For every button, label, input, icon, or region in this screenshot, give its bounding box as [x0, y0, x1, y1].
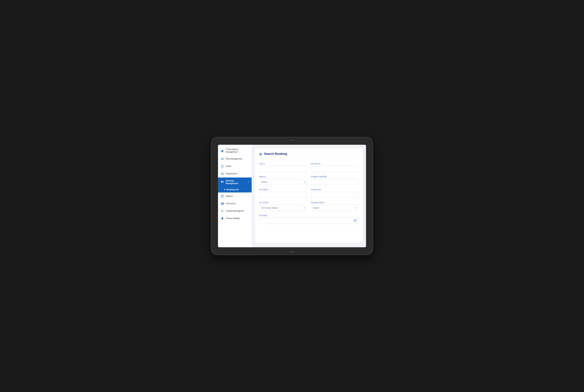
sidebar-item-label: Theme Settings	[226, 217, 247, 220]
svg-rect-25	[260, 154, 261, 155]
svg-point-27	[262, 152, 262, 153]
svg-rect-24	[259, 154, 260, 155]
trip-id-input[interactable]	[259, 166, 307, 172]
chevron-right-icon: ›	[248, 173, 249, 175]
org-icon	[221, 172, 224, 176]
agency-select-wrapper: Select ▾	[259, 179, 307, 185]
session-id-label: Session Id	[311, 162, 359, 165]
reports-icon	[221, 194, 224, 198]
supplier-ref-label: Supplier Ref/PNR	[311, 176, 359, 178]
svg-rect-1	[222, 150, 222, 152]
content-card: Search Booking Trip Id Session Id	[255, 148, 363, 242]
booking-icon	[221, 180, 224, 184]
chevron-down-icon: ∨	[248, 181, 249, 183]
trip-date-input[interactable]	[259, 218, 359, 224]
inv-status-select-wrapper: All Invoice Status ▾	[259, 205, 307, 211]
tablet-frame: Travel Agency Management › Role Manageme…	[211, 137, 373, 255]
bar-chart-icon	[221, 149, 224, 152]
sidebar-item-label: Content Managment	[226, 210, 247, 212]
sidebar-item-label: Admin	[226, 165, 247, 168]
svg-rect-32	[354, 220, 355, 221]
chevron-right-icon: ›	[248, 166, 249, 168]
supplier-ref-input[interactable]	[311, 179, 359, 185]
svg-rect-9	[223, 174, 224, 175]
card-header: Search Booking	[259, 152, 359, 158]
sidebar-item-theme-settings[interactable]: Theme Settings ›	[218, 215, 252, 222]
bullet-icon	[224, 189, 225, 190]
trip-date-group: Trip Date	[259, 214, 359, 224]
svg-rect-33	[355, 220, 355, 221]
contact-no-group: Contact No	[311, 188, 359, 198]
theme-icon	[221, 217, 224, 220]
contact-no-input[interactable]	[311, 192, 359, 198]
chevron-right-icon: ›	[248, 210, 249, 212]
sidebar-item-travel-agency[interactable]: Travel Agency Management ›	[218, 146, 252, 155]
svg-point-5	[223, 158, 223, 159]
svg-point-3	[223, 150, 224, 150]
sidebar-item-role-management[interactable]: Role Management ›	[218, 155, 252, 163]
svg-point-6	[222, 158, 222, 159]
chevron-right-icon: ›	[248, 218, 249, 219]
sidebar-item-label: Booking Management	[226, 180, 246, 185]
supplier-ref-group: Supplier Ref/PNR	[311, 176, 359, 185]
svg-rect-20	[221, 203, 224, 203]
svg-rect-0	[221, 151, 222, 152]
agency-group: Agency Select ▾	[259, 176, 307, 185]
inv-status-select[interactable]: All Invoice Status	[259, 205, 307, 211]
svg-point-23	[222, 210, 223, 212]
svg-rect-21	[221, 204, 224, 204]
svg-rect-15	[223, 181, 224, 182]
sidebar-item-accounts[interactable]: 8 Accounts ›	[218, 200, 252, 207]
sidebar-item-admin[interactable]: Admin ›	[218, 163, 252, 170]
trip-date-label: Trip Date	[259, 214, 359, 217]
sidebar-item-label: Role Management	[226, 158, 247, 160]
trip-date-wrapper	[259, 218, 359, 224]
sidebar-subitem-booking-list[interactable]: Booking List	[218, 187, 252, 192]
chevron-right-icon: ›	[248, 203, 249, 204]
sidebar-item-content-management[interactable]: Content Managment ›	[218, 207, 252, 215]
sidebar-subitem-label: Booking List	[226, 188, 239, 191]
search-booking-icon	[259, 152, 262, 156]
session-id-input[interactable]	[311, 166, 359, 172]
screen: Travel Agency Management › Role Manageme…	[218, 145, 366, 247]
svg-rect-8	[221, 174, 222, 175]
sidebar-item-label: Organization	[226, 172, 247, 175]
content-icon	[221, 209, 224, 213]
contact-no-label: Contact No	[311, 188, 359, 191]
payment-mode-select[interactable]: Select	[311, 205, 359, 211]
trip-id-label: Trip Id	[259, 162, 307, 165]
page-title: Search Booking	[264, 152, 287, 156]
calendar-icon	[354, 219, 357, 222]
payment-mode-label: Payment Mode	[311, 202, 359, 204]
accounts-icon	[221, 202, 224, 205]
svg-rect-14	[221, 181, 222, 182]
inv-status-label: Inv. Status	[259, 202, 307, 204]
calendar-icon-button[interactable]	[353, 218, 357, 224]
role-icon	[221, 157, 224, 161]
payment-mode-group: Payment Mode Select ▾	[311, 202, 359, 211]
payment-mode-select-wrapper: Select ▾	[311, 205, 359, 211]
inv-status-group: Inv. Status All Invoice Status ▾	[259, 202, 307, 211]
sidebar-item-label: Travel Agency Management	[226, 148, 247, 153]
sidebar-item-label: Reports	[226, 195, 247, 198]
chevron-right-icon: ›	[248, 150, 249, 152]
sidebar-item-organization[interactable]: Organization ›	[218, 170, 252, 178]
agency-label: Agency	[259, 176, 307, 178]
sidebar: Travel Agency Management › Role Manageme…	[218, 145, 252, 247]
pax-name-group: Pax Name	[259, 188, 307, 198]
chevron-right-icon: ›	[248, 158, 249, 160]
trip-id-group: Trip Id	[259, 162, 307, 172]
pax-name-label: Pax Name	[259, 188, 307, 191]
search-form: Trip Id Session Id Agency Select	[259, 162, 359, 224]
sidebar-item-booking-management[interactable]: Booking Management ∨	[218, 178, 252, 187]
agency-select[interactable]: Select	[259, 179, 307, 185]
svg-rect-7	[222, 172, 223, 173]
chevron-right-icon: ›	[248, 195, 249, 197]
pax-name-input[interactable]	[259, 192, 307, 198]
sidebar-item-reports[interactable]: Reports ›	[218, 192, 252, 200]
main-content: Search Booking Trip Id Session Id	[252, 145, 366, 247]
session-id-group: Session Id	[311, 162, 359, 172]
admin-icon	[221, 165, 224, 168]
sidebar-item-label: 8 Accounts	[226, 202, 247, 205]
svg-rect-34	[355, 220, 356, 221]
